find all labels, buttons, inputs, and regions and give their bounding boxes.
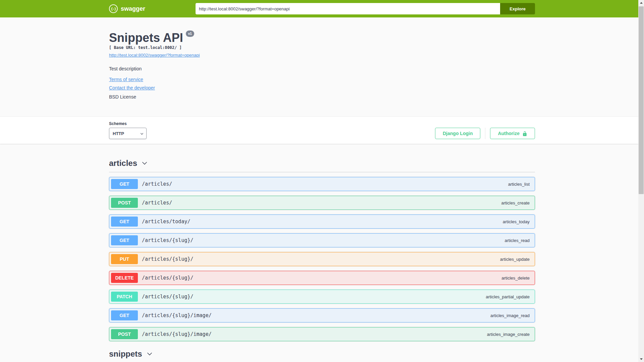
operation-id: articles_list [508, 182, 533, 187]
method-badge: DELETE [111, 273, 138, 283]
django-login-label: Django Login [443, 131, 473, 136]
operation-path: /articles/ [142, 200, 501, 206]
operation-path: /articles/ [142, 181, 508, 187]
api-description: Test description [109, 66, 535, 71]
chevron-down-icon [146, 351, 153, 357]
unlock-icon [522, 131, 527, 136]
operation-path: /articles/{slug}/ [142, 237, 505, 243]
divider [485, 128, 485, 139]
operation-row[interactable]: POST /articles/{slug}/image/ articles_im… [109, 327, 535, 341]
schemes-label: Schemes [109, 121, 147, 126]
swagger-logo[interactable]: {-} swagger [109, 4, 145, 13]
license-text: BSD License [109, 94, 535, 100]
operation-id: articles_delete [501, 276, 533, 281]
authorize-button[interactable]: Authorize [490, 128, 535, 139]
api-title: Snippets API v1 [109, 31, 535, 45]
operation-path: /articles/{slug}/ [142, 256, 500, 262]
operation-id: articles_create [501, 200, 533, 205]
operation-id: articles_update [500, 257, 533, 262]
contact-developer-link[interactable]: Contact the developer [109, 85, 155, 90]
auth-wrapper: Django Login Authorize [435, 128, 535, 139]
operation-id: articles_today [503, 219, 533, 224]
operation-path: /articles/today/ [142, 219, 503, 225]
scheme-container: Schemes HTTP Django Login Authorize [0, 116, 644, 144]
section-title: snippets [109, 349, 142, 359]
method-badge: POST [111, 198, 138, 208]
section-header[interactable]: snippets [109, 346, 535, 362]
authorize-label: Authorize [498, 131, 520, 136]
method-badge: POST [111, 329, 138, 339]
django-login-button[interactable]: Django Login [435, 128, 480, 139]
brand-name: swagger [121, 5, 145, 12]
operation-row[interactable]: GET /articles/today/ articles_today [109, 215, 535, 229]
operation-row[interactable]: PATCH /articles/{slug}/ articles_partial… [109, 290, 535, 304]
method-badge: GET [111, 217, 138, 227]
method-badge: PATCH [111, 292, 138, 302]
chevron-down-icon [141, 160, 148, 167]
operation-path: /articles/{slug}/image/ [142, 312, 490, 318]
version-badge: v1 [186, 31, 194, 37]
operation-list: GET /articles/ articles_list POST /artic… [109, 172, 535, 341]
api-title-text: Snippets API [109, 31, 183, 45]
base-url: [ Base URL: test.local:8002/ ] [109, 45, 535, 50]
info-section: Snippets API v1 [ Base URL: test.local:8… [0, 17, 644, 116]
operation-id: articles_image_create [487, 332, 533, 337]
operation-path: /articles/{slug}/ [142, 275, 501, 281]
spec-link[interactable]: http://test.local:8002/swagger/?format=o… [109, 53, 200, 58]
operation-path: /articles/{slug}/ [142, 294, 486, 300]
operations-section: snippets GET /snippets/ snippets_list [109, 346, 535, 362]
terms-of-service-link[interactable]: Terms of service [109, 77, 143, 82]
operation-row[interactable]: DELETE /articles/{slug}/ articles_delete [109, 271, 535, 285]
operation-row[interactable]: PUT /articles/{slug}/ articles_update [109, 252, 535, 266]
operation-row[interactable]: GET /articles/{slug}/ articles_read [109, 233, 535, 247]
operations: articles GET /articles/ articles_list PO… [102, 144, 542, 362]
scrollbar-down-arrow[interactable] [638, 356, 644, 362]
method-badge: PUT [111, 254, 138, 264]
scrollbar-thumb[interactable] [639, 6, 644, 194]
scheme-select[interactable]: HTTP [109, 128, 147, 139]
operation-id: articles_partial_update [486, 294, 533, 299]
section-header[interactable]: articles [109, 155, 535, 172]
scrollbar-up-arrow[interactable] [638, 0, 644, 6]
operation-row[interactable]: GET /articles/{slug}/image/ articles_ima… [109, 308, 535, 322]
swagger-logo-icon: {-} [109, 4, 118, 13]
info-links: Terms of service Contact the developer [109, 77, 535, 90]
operation-id: articles_image_read [490, 313, 533, 318]
triangle-down-icon [640, 358, 643, 360]
operation-id: articles_read [505, 238, 533, 243]
spec-url-form: Explore [196, 3, 535, 14]
schemes-block: Schemes HTTP [109, 121, 147, 139]
operation-row[interactable]: GET /articles/ articles_list [109, 177, 535, 191]
method-badge: GET [111, 235, 138, 245]
method-badge: GET [111, 310, 138, 320]
method-badge: GET [111, 179, 138, 189]
scrollbar-track[interactable] [638, 0, 644, 362]
spec-url-input[interactable] [196, 3, 500, 14]
operation-path: /articles/{slug}/image/ [142, 331, 487, 337]
section-title: articles [109, 159, 137, 168]
topbar: {-} swagger Explore [0, 0, 644, 17]
triangle-up-icon [640, 2, 643, 4]
operations-section: articles GET /articles/ articles_list PO… [109, 155, 535, 341]
explore-button[interactable]: Explore [500, 3, 535, 14]
operation-row[interactable]: POST /articles/ articles_create [109, 196, 535, 210]
